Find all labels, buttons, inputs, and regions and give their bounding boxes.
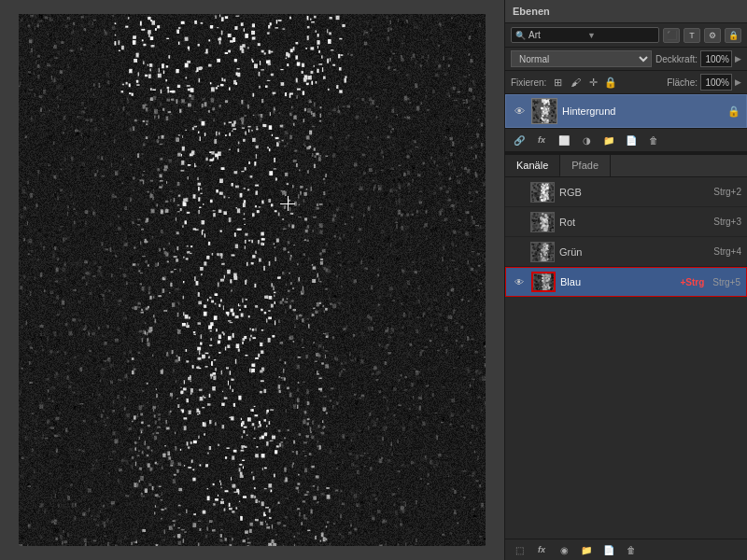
channel-gruen-shortcut: Strg+4 bbox=[713, 246, 741, 257]
channel-rgb[interactable]: RGB Strg+2 bbox=[505, 177, 747, 207]
layer-filter-btn1[interactable]: ⬛ bbox=[663, 28, 680, 43]
channel-rgb-eye[interactable] bbox=[511, 185, 526, 200]
channel-delete-icon[interactable]: 🗑 bbox=[623, 542, 640, 557]
layer-search-input[interactable] bbox=[529, 30, 585, 40]
channel-rgb-shortcut: Strg+2 bbox=[713, 187, 741, 197]
layer-filter-btn2[interactable]: T bbox=[684, 28, 700, 43]
tab-pfade[interactable]: Pfade bbox=[560, 155, 611, 176]
channel-gruen[interactable]: Grün Strg+4 bbox=[505, 237, 747, 267]
flaeche-label: Fläche: bbox=[667, 77, 698, 88]
layer-thumbnail bbox=[531, 98, 557, 124]
search-icon: 🔍 bbox=[515, 31, 526, 40]
folder-icon[interactable]: 📁 bbox=[600, 133, 617, 147]
channel-fx-icon[interactable]: fx bbox=[533, 542, 550, 557]
layer-filter-btn3[interactable]: ⚙ bbox=[704, 28, 721, 43]
channel-blau-shortcut: +Strg bbox=[680, 277, 704, 287]
layer-filter-btn4[interactable]: 🔒 bbox=[725, 28, 741, 43]
channel-folder-icon[interactable]: 📁 bbox=[578, 542, 595, 557]
channel-rot[interactable]: Rot Strg+3 bbox=[505, 207, 747, 237]
channel-blau-name: Blau bbox=[560, 276, 675, 287]
channel-gruen-thumb bbox=[530, 242, 555, 262]
main-canvas bbox=[19, 14, 486, 546]
flaeche-input[interactable] bbox=[700, 74, 732, 91]
dropdown-arrow: ▼ bbox=[587, 31, 596, 40]
channel-rgb-name: RGB bbox=[559, 187, 709, 198]
channel-rot-shortcut: Strg+3 bbox=[713, 217, 741, 227]
flaeche-group: Fläche: ▶ bbox=[667, 74, 741, 91]
fix-paint-icon[interactable]: 🖌 bbox=[568, 75, 583, 90]
fix-row: Fixieren: ⊞ 🖌 ✛ 🔒 Fläche: ▶ bbox=[505, 71, 747, 94]
canvas-area bbox=[0, 0, 504, 560]
delete-layer-icon[interactable]: 🗑 bbox=[645, 133, 662, 147]
new-layer-icon[interactable]: 📄 bbox=[623, 133, 640, 147]
channel-gruen-name: Grün bbox=[559, 246, 709, 258]
channel-rot-thumb bbox=[530, 212, 555, 232]
channels-bottom-toolbar: ⬚ fx ◉ 📁 📄 🗑 bbox=[505, 539, 747, 560]
fix-position-icon[interactable]: ⊞ bbox=[550, 75, 565, 90]
fix-all-icon[interactable]: 🔒 bbox=[603, 75, 618, 90]
blend-mode-select[interactable]: Normal bbox=[511, 50, 652, 67]
layer-item[interactable]: 👁 Hintergrund 🔒 bbox=[505, 94, 747, 128]
layers-toolbar: 🔍 ▼ ⬛ T ⚙ 🔒 bbox=[505, 23, 747, 48]
opacity-arrow: ▶ bbox=[735, 54, 741, 63]
channel-rgb-thumb bbox=[530, 182, 555, 203]
channel-mask-icon[interactable]: ◉ bbox=[556, 542, 572, 557]
opacity-group: Deckkraft: ▶ bbox=[655, 50, 741, 67]
fx-icon[interactable]: fx bbox=[533, 133, 550, 147]
opacity-label: Deckkraft: bbox=[655, 54, 698, 64]
fix-move-icon[interactable]: ✛ bbox=[585, 75, 600, 90]
adjustment-icon[interactable]: ◑ bbox=[578, 133, 595, 147]
link-icon[interactable]: 🔗 bbox=[511, 133, 528, 147]
channel-dotted-icon[interactable]: ⬚ bbox=[511, 542, 528, 557]
layer-lock-icon: 🔒 bbox=[727, 105, 740, 118]
channel-blau-shortcut2: Strg+5 bbox=[712, 277, 740, 287]
opacity-input[interactable] bbox=[700, 50, 732, 67]
tab-kanale[interactable]: Kanäle bbox=[505, 155, 560, 176]
layers-section: Ebenen 🔍 ▼ ⬛ T ⚙ 🔒 Normal Deckkraft: ▶ bbox=[505, 0, 747, 151]
layer-name: Hintergrund bbox=[562, 105, 723, 117]
channel-new-icon[interactable]: 📄 bbox=[600, 542, 617, 557]
channels-section: Kanäle Pfade RGB Strg+2 Rot Strg+3 bbox=[505, 155, 747, 560]
flaeche-arrow: ▶ bbox=[735, 77, 741, 87]
panel-header: Ebenen bbox=[505, 0, 747, 23]
channel-blau-eye[interactable]: 👁 bbox=[512, 274, 527, 289]
channel-rot-name: Rot bbox=[559, 217, 709, 228]
channel-blau-thumb bbox=[531, 272, 556, 292]
layer-eye-toggle[interactable]: 👁 bbox=[512, 104, 527, 119]
mask-icon[interactable]: ⬜ bbox=[556, 133, 572, 147]
channels-tabs: Kanäle Pfade bbox=[505, 155, 747, 177]
fix-label: Fixieren: bbox=[511, 77, 546, 88]
layers-bottom-toolbar: 🔗 fx ⬜ ◑ 📁 📄 🗑 bbox=[505, 128, 747, 151]
fix-icons: ⊞ 🖌 ✛ 🔒 bbox=[550, 75, 663, 90]
right-panel: Ebenen 🔍 ▼ ⬛ T ⚙ 🔒 Normal Deckkraft: ▶ bbox=[504, 0, 747, 560]
channel-gruen-eye[interactable] bbox=[511, 245, 526, 259]
blend-row: Normal Deckkraft: ▶ bbox=[505, 48, 747, 71]
channel-rot-eye[interactable] bbox=[511, 215, 526, 230]
search-box[interactable]: 🔍 ▼ bbox=[511, 27, 659, 43]
channel-blau[interactable]: 👁 Blau +Strg Strg+5 bbox=[505, 267, 747, 297]
